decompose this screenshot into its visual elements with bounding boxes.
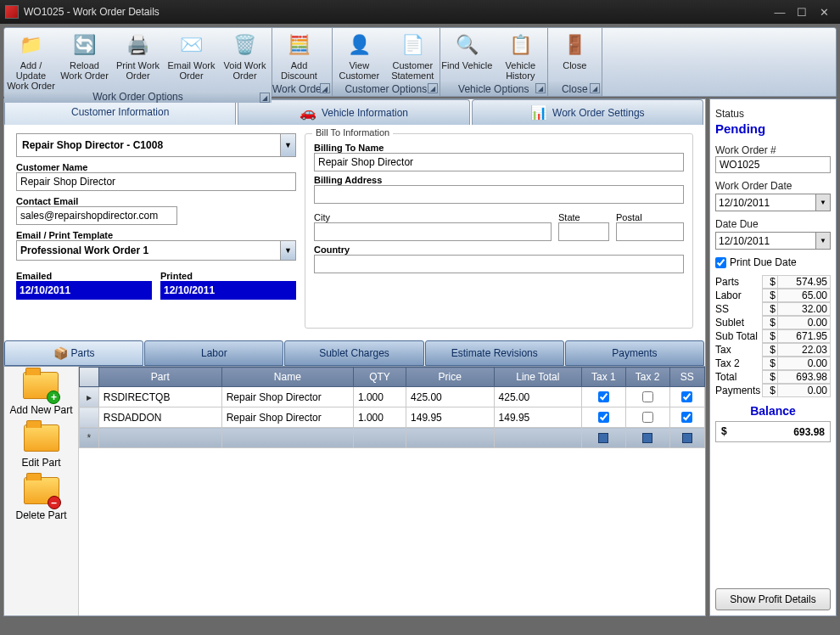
grid-cell[interactable]: RSDADDON [98, 407, 221, 428]
postal-input[interactable] [616, 222, 684, 241]
main-tab[interactable]: 📊Work Order Settings [472, 99, 703, 125]
sub-tab[interactable]: Estimate Revisions [425, 340, 564, 366]
emailed-value[interactable]: 12/10/2011 [16, 281, 152, 300]
ribbon-button[interactable]: ✉️Email WorkOrder [165, 28, 218, 91]
grid-header[interactable]: Tax 2 [625, 368, 669, 387]
ribbon-button[interactable]: 🔍Find Vehicle [440, 28, 494, 81]
total-label: Tax 2 [715, 357, 762, 369]
sub-tab[interactable]: 📦Parts [4, 340, 143, 366]
grid-header[interactable]: Price [406, 368, 495, 387]
grid-cell[interactable] [625, 407, 669, 428]
sub-tab[interactable]: Sublet Charges [284, 340, 423, 366]
city-input[interactable] [314, 222, 552, 241]
template-combo[interactable]: Professional Work Order 1 ▼ [16, 240, 296, 261]
tax2-checkbox[interactable] [642, 412, 653, 423]
printed-value[interactable]: 12/10/2011 [160, 281, 296, 300]
grid-cell[interactable] [669, 387, 704, 407]
grid-cell[interactable]: 149.95 [406, 407, 495, 428]
ribbon-button[interactable]: 🚪Close [548, 28, 602, 81]
chevron-down-icon[interactable]: ▼ [280, 241, 295, 260]
print-due-date-label: Print Due Date [730, 256, 797, 268]
sub-tab[interactable]: Payments [565, 340, 704, 366]
grid-header[interactable]: QTY [353, 368, 406, 387]
sub-tab[interactable]: Labor [144, 340, 283, 366]
grid-header[interactable]: Tax 1 [582, 368, 626, 387]
side-panel: Status Pending Work Order # Work Order D… [709, 98, 837, 616]
tax2-checkbox[interactable] [642, 391, 653, 402]
chevron-down-icon[interactable]: ▼ [815, 233, 830, 249]
delete-part-button[interactable]: – Delete Part [15, 477, 66, 521]
ss-checkbox[interactable] [681, 412, 692, 423]
dialog-launcher-icon[interactable]: ◢ [590, 83, 600, 93]
close-window-button[interactable]: ✕ [813, 4, 835, 20]
ribbon-button[interactable]: 👤View Customer [333, 28, 386, 81]
grid-header[interactable]: SS [669, 368, 704, 387]
table-row[interactable]: RSDADDONRepair Shop Director1.000149.951… [80, 407, 705, 428]
ribbon-button[interactable]: 🔄ReloadWork Order [58, 28, 111, 91]
table-row[interactable]: ▸RSDIRECTQBRepair Shop Director1.000425.… [80, 387, 705, 407]
contact-email-input[interactable] [16, 206, 177, 225]
currency-symbol: $ [762, 357, 777, 370]
grid-cell[interactable]: Repair Shop Director [221, 407, 353, 428]
parts-grid[interactable]: PartNameQTYPriceLine TotalTax 1Tax 2SS▸R… [79, 367, 705, 448]
state-input[interactable] [558, 222, 609, 241]
total-label: SS [715, 303, 762, 315]
grid-cell[interactable]: RSDIRECTQB [98, 387, 221, 407]
tax1-checkbox[interactable] [598, 391, 609, 402]
grid-header[interactable]: Part [98, 368, 221, 387]
minimize-button[interactable]: — [769, 4, 791, 20]
ribbon-icon: 🔄 [71, 31, 98, 59]
date-due-combo[interactable]: 12/10/2011▼ [715, 232, 831, 250]
checkbox-icon[interactable] [682, 433, 692, 443]
ribbon-button[interactable]: 📁Add / UpdateWork Order [4, 28, 58, 91]
chevron-down-icon[interactable]: ▼ [280, 134, 295, 156]
dialog-launcher-icon[interactable]: ◢ [320, 83, 330, 93]
grid-header[interactable]: Line Total [494, 368, 582, 387]
ss-checkbox[interactable] [681, 391, 692, 402]
customer-name-input[interactable] [16, 172, 296, 191]
ribbon-button[interactable]: 🗑️Void WorkOrder [218, 28, 272, 91]
dialog-launcher-icon[interactable]: ◢ [428, 83, 438, 93]
grid-cell[interactable]: 149.95 [494, 407, 582, 428]
grid-cell[interactable]: 1.000 [353, 387, 406, 407]
billing-address-input[interactable] [314, 185, 684, 204]
show-profit-details-button[interactable]: Show Profit Details [715, 588, 831, 610]
edit-part-button[interactable]: Edit Part [21, 424, 60, 469]
main-tab[interactable]: 🚗Vehicle Information [238, 99, 469, 125]
checkbox-icon[interactable] [598, 433, 608, 443]
grid-cell[interactable] [625, 387, 669, 407]
work-order-num-input[interactable] [715, 156, 831, 173]
billing-name-input[interactable] [314, 153, 684, 171]
grid-cell[interactable] [582, 407, 626, 428]
ribbon-button[interactable]: 🧮Add Discount [272, 28, 326, 81]
grid-cell[interactable]: 1.000 [353, 407, 406, 428]
ribbon-button[interactable]: 🖨️Print WorkOrder [111, 28, 165, 91]
grid-header[interactable]: Name [221, 368, 353, 387]
main-tab[interactable]: Customer Information [4, 99, 236, 125]
dialog-launcher-icon[interactable]: ◢ [260, 93, 270, 103]
new-row[interactable]: * [80, 428, 705, 448]
ribbon-button[interactable]: 📋VehicleHistory [494, 28, 547, 81]
dialog-launcher-icon[interactable]: ◢ [535, 83, 546, 93]
add-new-part-button[interactable]: + Add New Part [9, 372, 72, 416]
ribbon-group-label: Customer Options◢ [333, 81, 440, 96]
chevron-down-icon[interactable]: ▼ [815, 194, 830, 211]
ribbon-button[interactable]: 📄CustomerStatement [386, 28, 440, 81]
country-input[interactable] [314, 255, 684, 273]
customer-combo[interactable]: Repair Shop Director - C1008 ▼ [16, 133, 296, 157]
ribbon-group: 👤View Customer📄CustomerStatementCustomer… [333, 28, 440, 96]
grid-cell[interactable]: 425.00 [406, 387, 495, 407]
row-header[interactable]: ▸ [80, 387, 99, 407]
grid-cell[interactable]: Repair Shop Director [221, 387, 353, 407]
checkbox-icon[interactable] [642, 433, 652, 443]
row-header[interactable] [80, 407, 99, 428]
work-order-date-combo[interactable]: 12/10/2011▼ [715, 194, 831, 211]
ribbon-icon: 🧮 [286, 31, 313, 59]
print-due-date-checkbox[interactable] [715, 257, 726, 268]
grid-cell[interactable]: 425.00 [494, 387, 582, 407]
subtab-label: Sublet Charges [319, 347, 389, 359]
tax1-checkbox[interactable] [598, 412, 609, 423]
maximize-button[interactable]: ☐ [791, 4, 813, 20]
grid-cell[interactable] [582, 387, 626, 407]
grid-cell[interactable] [669, 407, 704, 428]
